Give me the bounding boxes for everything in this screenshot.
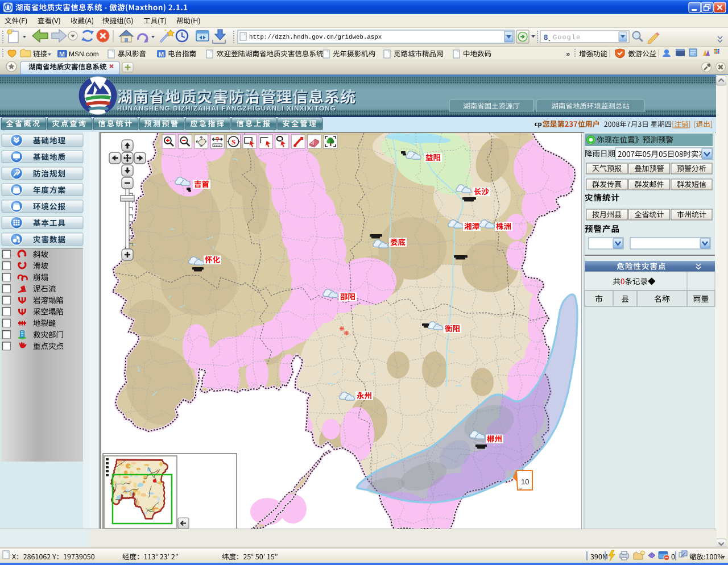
svg-text:?: ?: [216, 136, 220, 143]
svg-text:S: S: [231, 138, 235, 146]
